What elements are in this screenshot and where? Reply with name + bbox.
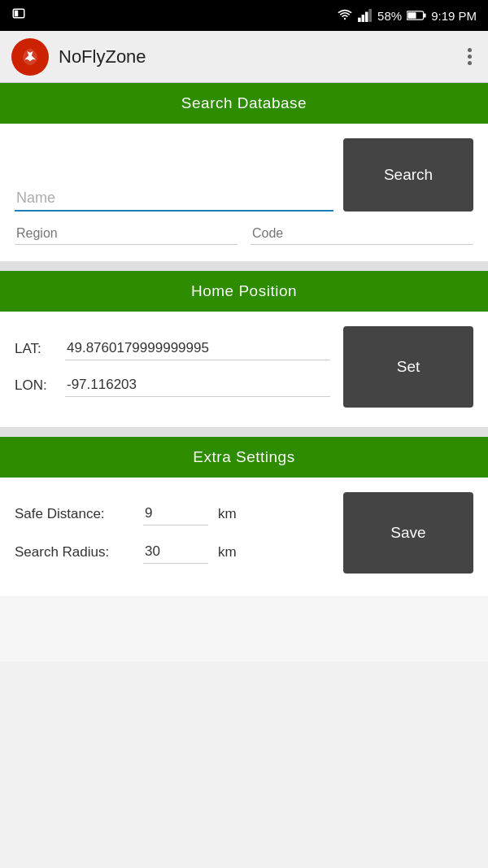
lon-input[interactable] <box>65 373 330 397</box>
search-radius-row: Search Radius: km <box>15 540 330 564</box>
svg-rect-1 <box>15 10 19 16</box>
save-button[interactable]: Save <box>343 492 473 574</box>
status-left-icon <box>11 7 26 24</box>
search-radius-unit: km <box>218 544 237 560</box>
safe-distance-row: Safe Distance: km <box>15 502 330 526</box>
extra-section-header: Extra Settings <box>0 437 488 478</box>
search-radius-input[interactable] <box>143 540 208 564</box>
name-input[interactable] <box>15 186 333 212</box>
overflow-dot-2 <box>468 55 472 59</box>
lon-row: LON: <box>15 373 330 397</box>
status-time: 9:19 PM <box>431 9 477 23</box>
lat-input[interactable] <box>65 337 330 360</box>
svg-rect-5 <box>365 12 368 22</box>
status-bar: 58% 9:19 PM <box>0 0 488 31</box>
lat-label: LAT: <box>15 341 57 357</box>
svg-rect-9 <box>407 12 416 19</box>
search-button[interactable]: Search <box>343 138 473 212</box>
svg-point-2 <box>344 18 346 20</box>
safe-distance-input[interactable] <box>143 502 208 526</box>
overflow-dot-1 <box>468 48 472 52</box>
svg-rect-6 <box>369 9 373 22</box>
gap-2 <box>0 427 488 437</box>
overflow-dot-3 <box>468 61 472 65</box>
safe-distance-unit: km <box>218 506 237 522</box>
lat-row: LAT: <box>15 337 330 360</box>
airplane-icon <box>19 46 41 68</box>
signal-icon <box>358 9 373 22</box>
svg-rect-4 <box>362 15 365 22</box>
home-fields: LAT: LON: <box>15 337 330 397</box>
home-section-header: Home Position <box>0 271 488 312</box>
search-radius-label: Search Radius: <box>15 544 137 560</box>
battery-icon <box>407 10 426 21</box>
status-icons: 58% 9:19 PM <box>337 9 477 23</box>
wifi-icon <box>337 9 353 22</box>
set-button[interactable]: Set <box>343 326 473 408</box>
app-bar: NoFlyZone <box>0 31 488 83</box>
search-section: Search <box>0 124 488 261</box>
region-input[interactable] <box>15 223 237 245</box>
svg-rect-3 <box>358 18 361 22</box>
extra-fields: Safe Distance: km Search Radius: km <box>15 502 330 564</box>
code-input[interactable] <box>251 223 473 245</box>
battery-text: 58% <box>377 9 402 23</box>
app-title: NoFlyZone <box>59 46 463 68</box>
search-section-header: Search Database <box>0 83 488 124</box>
app-logo <box>11 38 49 76</box>
home-section: LAT: LON: Set <box>0 312 488 427</box>
extra-section: Safe Distance: km Search Radius: km Save <box>0 478 488 596</box>
overflow-menu-button[interactable] <box>463 43 477 70</box>
name-input-row: Search <box>15 138 473 212</box>
lon-label: LON: <box>15 377 57 394</box>
safe-distance-label: Safe Distance: <box>15 506 137 522</box>
bottom-space <box>0 596 488 661</box>
gap-1 <box>0 261 488 271</box>
region-code-row <box>15 223 473 245</box>
svg-rect-8 <box>424 13 426 17</box>
